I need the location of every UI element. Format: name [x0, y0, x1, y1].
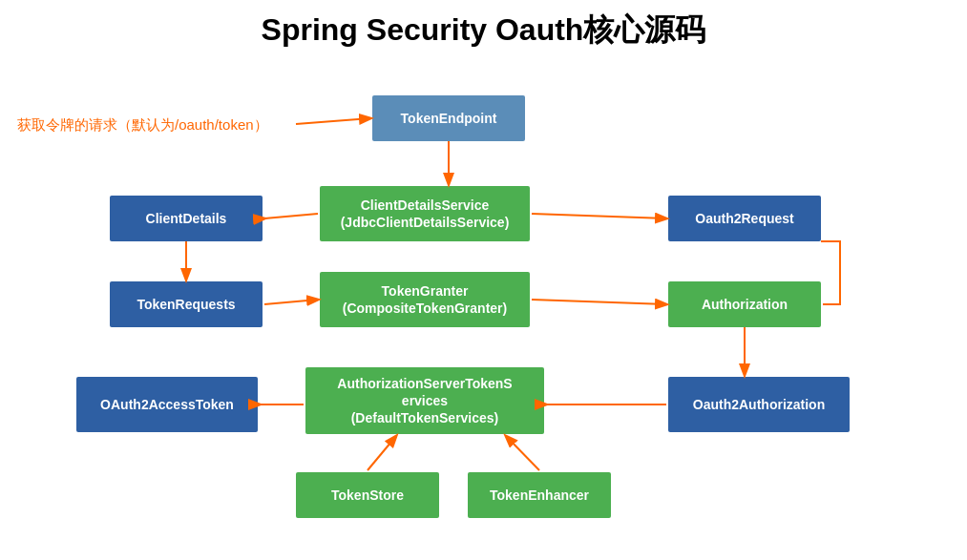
node-auth-server-token-services: AuthorizationServerTokenS ervices (Defau…	[305, 367, 544, 434]
svg-line-3	[532, 214, 666, 218]
node-client-details-service: ClientDetailsService (JdbcClientDetailsS…	[320, 186, 530, 241]
svg-line-6	[532, 300, 666, 304]
node-token-enhancer: TokenEnhancer	[468, 472, 611, 518]
svg-line-10	[368, 436, 396, 470]
node-oauth2-authorization: Oauth2Authorization	[668, 377, 850, 432]
node-oauth2-access-token: OAuth2AccessToken	[76, 377, 258, 432]
node-token-store: TokenStore	[296, 472, 439, 518]
svg-line-2	[264, 214, 318, 218]
svg-line-5	[264, 300, 318, 304]
node-authorization: Authorization	[668, 281, 821, 327]
node-token-requests: TokenRequests	[110, 281, 263, 327]
node-token-endpoint: TokenEndpoint	[372, 95, 525, 141]
request-label: 获取令牌的请求（默认为/oauth/token）	[17, 116, 268, 135]
diagram-container: Spring Security Oauth核心源码 获取令牌的请求（默认为/oa…	[0, 0, 967, 560]
node-token-granter: TokenGranter (CompositeTokenGranter)	[320, 272, 530, 327]
svg-line-11	[506, 436, 539, 470]
svg-line-0	[296, 118, 370, 124]
node-client-details: ClientDetails	[110, 196, 263, 241]
page-title: Spring Security Oauth核心源码	[0, 0, 967, 56]
node-oauth2-request: Oauth2Request	[668, 196, 821, 241]
